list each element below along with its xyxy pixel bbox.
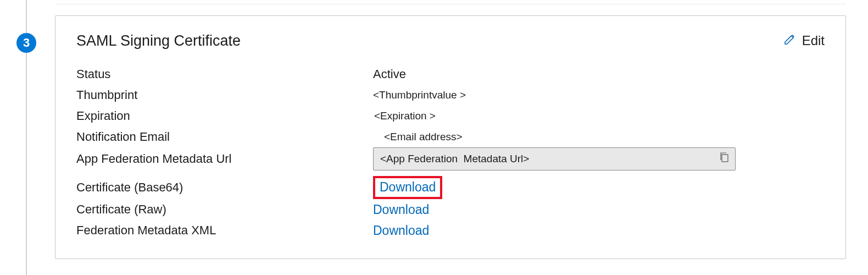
edit-button-label: Edit (802, 33, 825, 48)
saml-signing-certificate-card: SAML Signing Certificate Edit Status Act… (55, 15, 846, 259)
pencil-icon (783, 32, 797, 49)
cert-base64-row: Certificate (Base64) Download (76, 176, 825, 199)
metadata-url-row: App Federation Metadata Url (76, 147, 825, 170)
metadata-url-label: App Federation Metadata Url (76, 152, 373, 166)
copy-metadata-url-button[interactable] (713, 148, 735, 170)
edit-button[interactable]: Edit (783, 32, 825, 49)
svg-rect-0 (722, 155, 728, 162)
download-federation-xml-link[interactable]: Download (373, 223, 429, 238)
download-cert-raw-link[interactable]: Download (373, 202, 429, 217)
card-title: SAML Signing Certificate (76, 32, 241, 50)
metadata-url-input[interactable] (374, 153, 713, 165)
federation-xml-label: Federation Metadata XML (76, 223, 373, 238)
notification-email-value: <Email address> (373, 131, 825, 143)
expiration-value: <Expiration > (373, 110, 825, 122)
status-label: Status (76, 67, 373, 81)
cert-raw-label: Certificate (Raw) (76, 202, 373, 217)
metadata-url-field (373, 147, 736, 170)
expiration-label: Expiration (76, 109, 373, 123)
thumbprint-label: Thumbprint (76, 88, 373, 102)
status-row: Status Active (76, 64, 825, 85)
expiration-row: Expiration <Expiration > (76, 106, 825, 127)
step-number-badge: 3 (16, 33, 36, 53)
notification-email-row: Notification Email <Email address> (76, 127, 825, 147)
copy-icon (719, 152, 729, 166)
cert-raw-row: Certificate (Raw) Download (76, 199, 825, 220)
federation-xml-row: Federation Metadata XML Download (76, 220, 825, 241)
download-cert-base64-link[interactable]: Download (373, 176, 442, 199)
top-divider (55, 0, 846, 4)
status-value: Active (373, 67, 825, 81)
cert-base64-label: Certificate (Base64) (76, 180, 373, 195)
notification-email-label: Notification Email (76, 130, 373, 144)
thumbprint-row: Thumbprint <Thumbprintvalue > (76, 85, 825, 106)
thumbprint-value: <Thumbprintvalue > (373, 89, 825, 101)
